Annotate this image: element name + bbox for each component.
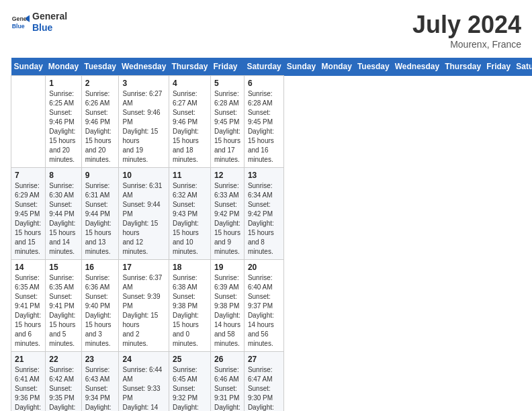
calendar-cell: 22Sunrise: 6:42 AM Sunset: 9:35 PM Dayli… (46, 352, 81, 412)
day-info: Sunrise: 6:35 AM Sunset: 9:41 PM Dayligh… (49, 273, 77, 349)
calendar-cell (11, 76, 46, 168)
header-wednesday: Wednesday (392, 58, 442, 76)
day-info: Sunrise: 6:37 AM Sunset: 9:39 PM Dayligh… (122, 273, 165, 349)
day-number: 16 (85, 263, 116, 272)
header-monday: Monday (46, 58, 81, 76)
day-number: 8 (49, 171, 77, 180)
day-info: Sunrise: 6:41 AM Sunset: 9:36 PM Dayligh… (15, 365, 42, 411)
calendar-cell: 6Sunrise: 6:28 AM Sunset: 9:45 PM Daylig… (244, 76, 283, 168)
calendar-cell: 25Sunrise: 6:45 AM Sunset: 9:32 PM Dayli… (169, 352, 210, 412)
day-info: Sunrise: 6:31 AM Sunset: 9:44 PM Dayligh… (122, 181, 165, 257)
day-info: Sunrise: 6:32 AM Sunset: 9:43 PM Dayligh… (173, 181, 207, 257)
day-number: 5 (214, 79, 240, 88)
day-number: 23 (85, 355, 116, 364)
header-monday: Monday (319, 58, 355, 76)
calendar-week-row: 14Sunrise: 6:35 AM Sunset: 9:41 PM Dayli… (11, 260, 533, 352)
day-info: Sunrise: 6:42 AM Sunset: 9:35 PM Dayligh… (49, 365, 77, 411)
logo-general: General (32, 11, 67, 22)
calendar-cell: 1Sunrise: 6:25 AM Sunset: 9:46 PM Daylig… (46, 76, 81, 168)
day-info: Sunrise: 6:33 AM Sunset: 9:42 PM Dayligh… (214, 181, 240, 257)
calendar-cell: 24Sunrise: 6:44 AM Sunset: 9:33 PM Dayli… (119, 352, 169, 412)
calendar-week-row: 7Sunrise: 6:29 AM Sunset: 9:45 PM Daylig… (11, 168, 533, 260)
calendar-cell: 16Sunrise: 6:36 AM Sunset: 9:40 PM Dayli… (81, 260, 119, 352)
day-info: Sunrise: 6:45 AM Sunset: 9:32 PM Dayligh… (173, 365, 207, 411)
calendar-table: SundayMondayTuesdayWednesdayThursdayFrid… (11, 58, 532, 411)
day-info: Sunrise: 6:25 AM Sunset: 9:46 PM Dayligh… (49, 89, 77, 165)
calendar-cell: 23Sunrise: 6:43 AM Sunset: 9:34 PM Dayli… (81, 352, 119, 412)
day-number: 20 (248, 263, 280, 272)
day-info: Sunrise: 6:39 AM Sunset: 9:38 PM Dayligh… (214, 273, 240, 349)
page-header: General Blue General Blue July 2024 Mour… (11, 11, 521, 50)
day-info: Sunrise: 6:30 AM Sunset: 9:44 PM Dayligh… (49, 181, 77, 257)
day-info: Sunrise: 6:26 AM Sunset: 9:46 PM Dayligh… (85, 89, 116, 165)
calendar-cell: 11Sunrise: 6:32 AM Sunset: 9:43 PM Dayli… (169, 168, 210, 260)
calendar-cell: 27Sunrise: 6:47 AM Sunset: 9:30 PM Dayli… (244, 352, 283, 412)
day-info: Sunrise: 6:43 AM Sunset: 9:34 PM Dayligh… (85, 365, 116, 411)
header-tuesday: Tuesday (81, 58, 119, 76)
header-saturday: Saturday (244, 58, 283, 76)
calendar-cell: 10Sunrise: 6:31 AM Sunset: 9:44 PM Dayli… (119, 168, 169, 260)
logo: General Blue General Blue (11, 11, 67, 34)
day-number: 2 (85, 79, 116, 88)
calendar-week-row: 21Sunrise: 6:41 AM Sunset: 9:36 PM Dayli… (11, 352, 533, 412)
day-info: Sunrise: 6:44 AM Sunset: 9:33 PM Dayligh… (122, 365, 165, 411)
title-block: July 2024 Mourenx, France (412, 11, 521, 50)
calendar-cell: 18Sunrise: 6:38 AM Sunset: 9:38 PM Dayli… (169, 260, 210, 352)
calendar-cell: 13Sunrise: 6:34 AM Sunset: 9:42 PM Dayli… (244, 168, 283, 260)
day-info: Sunrise: 6:36 AM Sunset: 9:40 PM Dayligh… (85, 273, 116, 349)
day-number: 4 (173, 79, 207, 88)
day-number: 3 (122, 79, 165, 88)
calendar-cell: 4Sunrise: 6:27 AM Sunset: 9:46 PM Daylig… (169, 76, 210, 168)
day-info: Sunrise: 6:27 AM Sunset: 9:46 PM Dayligh… (173, 89, 207, 165)
logo-icon: General Blue (11, 13, 30, 32)
calendar-cell: 19Sunrise: 6:39 AM Sunset: 9:38 PM Dayli… (210, 260, 244, 352)
calendar-header-row: SundayMondayTuesdayWednesdayThursdayFrid… (11, 58, 533, 76)
calendar-cell: 9Sunrise: 6:31 AM Sunset: 9:44 PM Daylig… (81, 168, 119, 260)
day-number: 21 (15, 355, 42, 364)
day-number: 26 (214, 355, 240, 364)
calendar-cell: 20Sunrise: 6:40 AM Sunset: 9:37 PM Dayli… (244, 260, 283, 352)
day-number: 22 (49, 355, 77, 364)
logo-text: General Blue (32, 11, 67, 34)
location-title: Mourenx, France (412, 39, 521, 50)
svg-text:Blue: Blue (12, 23, 25, 30)
day-info: Sunrise: 6:35 AM Sunset: 9:41 PM Dayligh… (15, 273, 42, 349)
calendar-cell: 14Sunrise: 6:35 AM Sunset: 9:41 PM Dayli… (11, 260, 46, 352)
day-info: Sunrise: 6:28 AM Sunset: 9:45 PM Dayligh… (214, 89, 240, 165)
month-title: July 2024 (412, 11, 521, 39)
day-number: 12 (214, 171, 240, 180)
day-number: 9 (85, 171, 116, 180)
day-number: 11 (173, 171, 207, 180)
day-number: 13 (248, 171, 280, 180)
header-thursday: Thursday (169, 58, 210, 76)
day-number: 19 (214, 263, 240, 272)
header-saturday: Saturday (513, 58, 532, 76)
day-info: Sunrise: 6:46 AM Sunset: 9:31 PM Dayligh… (214, 365, 240, 411)
day-number: 10 (122, 171, 165, 180)
day-info: Sunrise: 6:31 AM Sunset: 9:44 PM Dayligh… (85, 181, 116, 257)
calendar-cell: 26Sunrise: 6:46 AM Sunset: 9:31 PM Dayli… (210, 352, 244, 412)
day-info: Sunrise: 6:34 AM Sunset: 9:42 PM Dayligh… (248, 181, 280, 257)
calendar-cell: 8Sunrise: 6:30 AM Sunset: 9:44 PM Daylig… (46, 168, 81, 260)
header-friday: Friday (484, 58, 513, 76)
calendar-cell: 7Sunrise: 6:29 AM Sunset: 9:45 PM Daylig… (11, 168, 46, 260)
calendar-cell: 15Sunrise: 6:35 AM Sunset: 9:41 PM Dayli… (46, 260, 81, 352)
day-info: Sunrise: 6:40 AM Sunset: 9:37 PM Dayligh… (248, 273, 280, 349)
calendar-week-row: 1Sunrise: 6:25 AM Sunset: 9:46 PM Daylig… (11, 76, 533, 168)
calendar-cell: 2Sunrise: 6:26 AM Sunset: 9:46 PM Daylig… (81, 76, 119, 168)
header-sunday: Sunday (284, 58, 319, 76)
day-number: 18 (173, 263, 207, 272)
header-sunday: Sunday (11, 58, 46, 76)
day-number: 27 (248, 355, 280, 364)
header-thursday: Thursday (442, 58, 484, 76)
day-number: 1 (49, 79, 77, 88)
logo-blue: Blue (32, 22, 67, 34)
calendar-cell: 17Sunrise: 6:37 AM Sunset: 9:39 PM Dayli… (119, 260, 169, 352)
header-wednesday: Wednesday (119, 58, 169, 76)
calendar-cell: 12Sunrise: 6:33 AM Sunset: 9:42 PM Dayli… (210, 168, 244, 260)
day-number: 14 (15, 263, 42, 272)
day-number: 15 (49, 263, 77, 272)
header-tuesday: Tuesday (355, 58, 392, 76)
day-number: 24 (122, 355, 165, 364)
day-info: Sunrise: 6:28 AM Sunset: 9:45 PM Dayligh… (248, 89, 280, 165)
